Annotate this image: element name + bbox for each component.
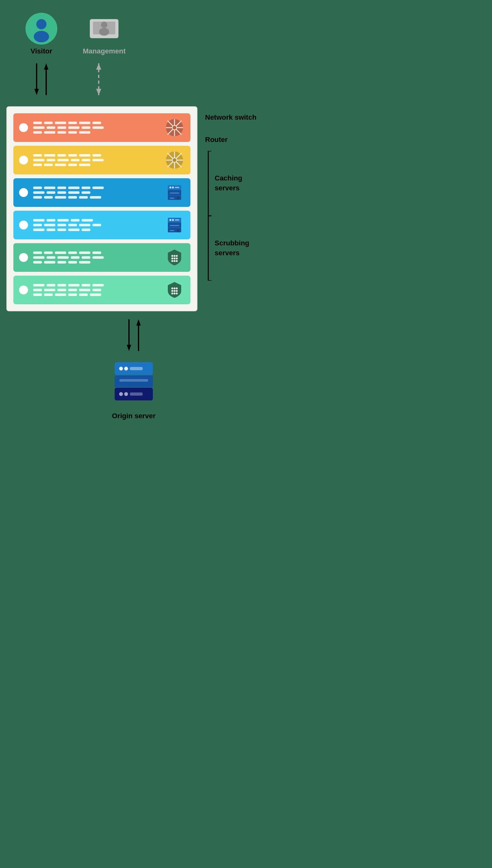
main-container: Visitor Management xyxy=(6,13,261,855)
origin-server-section: Origin server xyxy=(38,356,229,420)
svg-marker-8 xyxy=(34,89,39,95)
bottom-arrows xyxy=(38,314,229,356)
svg-marker-14 xyxy=(96,89,101,95)
svg-point-33 xyxy=(169,186,171,188)
network-switch-label: Network switch xyxy=(205,106,261,129)
svg-point-50 xyxy=(174,255,175,257)
svg-point-44 xyxy=(172,219,174,221)
svg-point-1 xyxy=(36,19,47,29)
svg-point-80 xyxy=(119,367,123,371)
caching-server-1-row xyxy=(14,178,191,207)
svg-rect-82 xyxy=(130,367,143,370)
origin-server-icon xyxy=(108,356,159,407)
server-lines xyxy=(33,186,104,199)
svg-point-6 xyxy=(99,28,109,36)
actors-row: Visitor Management xyxy=(6,13,261,55)
arrows-row xyxy=(6,58,261,100)
server-dot xyxy=(19,221,28,229)
server-dot xyxy=(19,285,28,295)
server-dot xyxy=(19,253,28,262)
server-dot xyxy=(19,188,28,197)
svg-point-66 xyxy=(176,292,178,295)
caching-server-1-icon xyxy=(164,182,185,203)
svg-point-55 xyxy=(171,260,173,262)
svg-point-59 xyxy=(174,287,175,289)
caching-label-text: Cachingservers xyxy=(212,151,242,216)
visitor-icon xyxy=(25,13,57,45)
visitor-arrows xyxy=(25,58,57,100)
server-left xyxy=(19,186,104,199)
svg-rect-47 xyxy=(170,230,174,231)
svg-point-64 xyxy=(171,292,173,295)
svg-point-57 xyxy=(176,260,178,262)
caching-server-2-icon xyxy=(164,215,185,235)
svg-rect-37 xyxy=(170,198,174,199)
server-lines xyxy=(33,219,101,231)
visitor-actor: Visitor xyxy=(25,13,57,55)
caching-server-2-row xyxy=(14,211,191,239)
svg-point-85 xyxy=(124,392,128,396)
svg-point-38 xyxy=(177,197,179,199)
scrubbing-server-1-icon xyxy=(164,247,185,268)
svg-point-5 xyxy=(101,22,107,28)
server-lines xyxy=(33,284,104,296)
management-icon xyxy=(88,13,120,45)
server-lines xyxy=(33,122,104,134)
server-dot xyxy=(19,123,28,132)
router-row xyxy=(14,146,191,174)
network-switch-icon xyxy=(164,118,185,138)
server-left xyxy=(19,252,104,263)
svg-point-52 xyxy=(171,257,173,259)
scrubbing-label-text: Scrubbingservers xyxy=(212,216,249,281)
svg-point-65 xyxy=(174,292,175,295)
scrubbing-bracket xyxy=(205,216,212,281)
svg-point-2 xyxy=(34,31,49,42)
svg-point-84 xyxy=(119,392,123,396)
svg-rect-35 xyxy=(175,187,179,188)
server-left xyxy=(19,154,104,166)
svg-point-53 xyxy=(174,257,175,259)
svg-point-54 xyxy=(176,257,178,259)
network-switch-row xyxy=(14,113,191,142)
caching-servers-group: Cachingservers xyxy=(205,151,261,216)
svg-point-58 xyxy=(171,287,173,289)
svg-point-62 xyxy=(174,290,175,292)
management-actor: Management xyxy=(83,13,125,55)
scrubbing-servers-group: Scrubbingservers xyxy=(205,216,261,281)
svg-point-63 xyxy=(176,290,178,292)
svg-rect-45 xyxy=(175,219,179,221)
server-left xyxy=(19,284,104,296)
right-labels: Network switch Router Cachingservers xyxy=(197,106,261,281)
panel-wrapper: Network switch Router Cachingservers xyxy=(6,106,261,311)
svg-point-34 xyxy=(172,186,174,188)
svg-marker-76 xyxy=(136,319,141,326)
svg-rect-83 xyxy=(119,379,148,382)
svg-point-60 xyxy=(176,287,178,289)
network-panel xyxy=(6,106,197,311)
svg-point-81 xyxy=(124,367,128,371)
svg-marker-74 xyxy=(127,345,131,351)
scrubbing-server-2-row xyxy=(14,276,191,304)
svg-point-48 xyxy=(177,229,179,232)
svg-point-51 xyxy=(176,255,178,257)
management-arrows xyxy=(83,58,115,100)
svg-point-21 xyxy=(173,126,176,130)
router-icon xyxy=(164,150,185,170)
svg-point-56 xyxy=(174,260,175,262)
svg-point-43 xyxy=(169,219,171,221)
svg-point-28 xyxy=(173,158,176,162)
svg-rect-36 xyxy=(170,193,179,194)
scrubbing-server-1-row xyxy=(14,243,191,272)
server-left xyxy=(19,122,104,134)
svg-marker-10 xyxy=(44,63,48,70)
svg-point-49 xyxy=(171,255,173,257)
svg-rect-86 xyxy=(130,392,143,395)
origin-server-label: Origin server xyxy=(112,412,156,420)
server-lines xyxy=(33,252,104,263)
caching-bracket xyxy=(205,151,212,216)
management-label: Management xyxy=(83,47,125,55)
server-left xyxy=(19,219,101,231)
server-dot xyxy=(19,156,28,164)
svg-rect-46 xyxy=(170,225,179,226)
scrubbing-server-2-icon xyxy=(164,280,185,300)
